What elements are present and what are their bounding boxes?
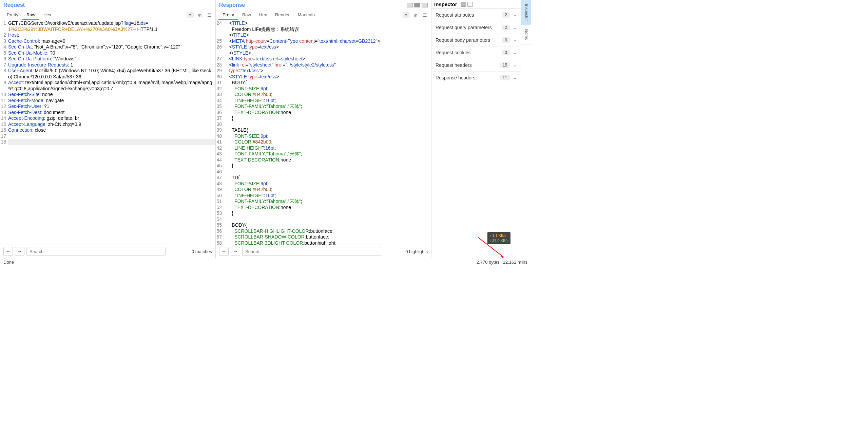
menu-icon[interactable]: ☰ (422, 12, 428, 18)
response-search-bar: ← → 0 highlights (216, 245, 431, 258)
side-tab-notes[interactable]: Notes (521, 25, 531, 44)
inspector-section[interactable]: Request query parameters2⌄ (431, 21, 521, 34)
next-button[interactable]: → (15, 247, 24, 256)
tab-raw[interactable]: Raw (22, 10, 39, 20)
request-panel: Request PrettyRawHex ≡ \n ☰ 1GET /CDGSer… (0, 0, 216, 258)
chevron-down-icon: ⌄ (513, 75, 517, 80)
throughput-badge: ↑ 1.1 KB/s ↓ 37.0 KB/s (487, 232, 510, 244)
inspector-section[interactable]: Response headers11⌄ (431, 72, 521, 84)
chevron-down-icon: ⌄ (513, 63, 517, 68)
tab-render[interactable]: Render (271, 10, 294, 20)
layout-icon-2[interactable] (414, 3, 420, 7)
request-title: Request (0, 0, 215, 10)
inspector-view-icon-2[interactable] (467, 2, 473, 7)
tab-raw[interactable]: Raw (238, 10, 255, 20)
response-tabs: PrettyRawHexRenderMarkInfo ≡ \n ☰ (216, 10, 431, 20)
newline-icon[interactable]: \n (196, 12, 203, 18)
tab-pretty[interactable]: Pretty (218, 10, 238, 20)
status-bar: Done 2,770 bytes | 12,162 millis (0, 258, 531, 266)
request-tabs: PrettyRawHex ≡ \n ☰ (0, 10, 215, 20)
prev-button[interactable]: ← (3, 247, 13, 256)
tab-hex[interactable]: Hex (255, 10, 271, 20)
layout-icon-3[interactable] (422, 3, 428, 7)
request-code[interactable]: 1GET /CDGServer3/workflowE/useractivate/… (0, 20, 215, 245)
wrap-icon[interactable]: ≡ (187, 12, 194, 18)
request-search-bar: ← → 0 matches (0, 245, 215, 258)
inspector-section[interactable]: Request cookies0⌄ (431, 46, 521, 59)
request-search-input[interactable] (26, 247, 166, 256)
chevron-down-icon: ⌄ (513, 25, 517, 30)
inspector-title: Inspector (434, 1, 457, 7)
layout-icon-1[interactable] (407, 3, 413, 7)
response-code[interactable]: 24 <TITLE> Freedom LiFe提醒您：系统错误 </TITLE>… (216, 20, 431, 245)
response-title: Response (216, 0, 248, 10)
tab-pretty[interactable]: Pretty (3, 10, 22, 20)
chevron-down-icon: ⌄ (513, 50, 517, 55)
inspector-section[interactable]: Request headers15⌄ (431, 59, 521, 72)
response-search-input[interactable] (242, 247, 381, 256)
next-button[interactable]: → (231, 247, 240, 256)
tab-markinfo[interactable]: MarkInfo (294, 10, 319, 20)
response-panel: Response PrettyRawHexRenderMarkInfo ≡ \n… (216, 0, 431, 258)
side-tabs: Inspector Notes (521, 0, 531, 258)
request-match-text: 0 matches (192, 249, 212, 254)
inspector-view-icon-1[interactable] (461, 2, 466, 7)
status-right: 2,770 bytes | 12,162 millis (477, 260, 527, 265)
tab-hex[interactable]: Hex (39, 10, 55, 20)
wrap-icon[interactable]: ≡ (403, 12, 409, 18)
response-match-text: 0 highlights (405, 249, 428, 254)
menu-icon[interactable]: ☰ (206, 12, 213, 18)
newline-icon[interactable]: \n (412, 12, 419, 18)
inspector-section[interactable]: Request attributes2⌄ (431, 9, 521, 21)
inspector-section[interactable]: Request body parameters0⌄ (431, 34, 521, 46)
chevron-down-icon: ⌄ (513, 38, 517, 42)
chevron-down-icon: ⌄ (513, 13, 517, 17)
inspector-panel: Inspector Request attributes2⌄Request qu… (431, 0, 521, 258)
side-tab-inspector[interactable]: Inspector (521, 0, 531, 25)
status-left: Done (3, 260, 14, 265)
prev-button[interactable]: ← (219, 247, 229, 256)
